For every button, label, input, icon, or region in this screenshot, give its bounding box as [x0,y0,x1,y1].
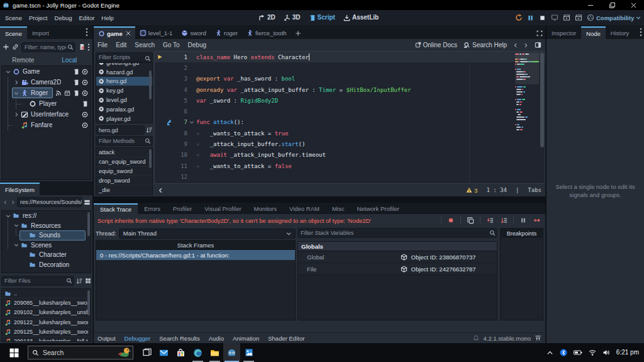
instance-scene-button[interactable] [12,43,19,50]
filesystem-path[interactable]: res://Resources/Sounds/ [17,197,82,207]
method-list-item[interactable]: can_equip_sword [96,157,152,167]
current-script-name[interactable] [96,125,145,135]
code-line[interactable]: 1class_name Hero extends Character [155,52,545,62]
bottom-panel-tab[interactable]: Shader Editor [268,335,304,342]
file-row[interactable]: 209133__lukesharples__fall-t... [2,337,91,342]
file-list-scrollbar[interactable] [87,290,90,315]
menu-item[interactable]: Help [101,14,114,21]
variable-row[interactable]: Global Object ID: 23806870737 [298,251,497,263]
nav-back-icon[interactable] [2,200,8,205]
debugger-tab[interactable]: Network Profiler [350,203,406,214]
eye-icon[interactable] [82,79,88,86]
script-menu-item[interactable]: File [97,42,108,48]
renderer-select[interactable]: Compatibility [596,14,641,21]
debugger-tab[interactable]: Profiler [167,203,198,214]
sort-methods-icon[interactable] [146,127,153,133]
script-list-item[interactable]: player.gd [96,114,152,123]
bottom-panel-tab[interactable]: Audio [209,335,224,342]
scene-tree-node[interactable]: Roger [2,88,91,98]
play-custom-scene-button[interactable] [574,14,582,22]
file-row[interactable]: 209102__lukesharples__unsh... [2,308,91,317]
code-line[interactable]: 8»_wants_to_attack = true [155,128,545,139]
file-sort-icon[interactable] [76,278,83,285]
file-row[interactable]: 209085__lukesharples__swor... [2,298,91,308]
search-help-button[interactable]: Search Help [464,42,507,48]
code-line[interactable]: 12 [155,171,545,182]
file-row[interactable]: 209122__lukesharples__swor... [2,318,91,327]
scene-tree-node[interactable]: Camera2D [2,77,91,88]
context-tab[interactable]: 2D [258,14,275,21]
dock-tab[interactable]: Node [581,26,606,39]
script-menu-item[interactable]: Search [135,42,155,48]
scene-tree-node[interactable]: UserInterface [2,109,91,120]
scene-tab[interactable]: roger [211,26,242,39]
stack-frame-row[interactable]: 0 - res://Scripts/Character/hero.gd:1 - … [96,250,295,260]
file-row[interactable]: .. [2,289,91,298]
scene-tab[interactable]: sword [177,26,210,39]
dock-menu-icon[interactable] [86,28,88,37]
script-list-item[interactable]: key.gd [96,86,152,95]
mail-app-button[interactable] [155,343,172,362]
script-icon[interactable] [73,79,79,86]
filter-stack-variables-input[interactable] [297,228,497,238]
reload-button[interactable] [514,14,523,22]
pause-button[interactable] [526,14,535,22]
close-button[interactable] [623,0,644,10]
code-line[interactable]: 10»await _attack_input_buffer.timeout [155,150,545,161]
remote-button[interactable]: Remote [0,55,47,65]
taskbar-search[interactable]: Search [28,346,133,359]
new-scene-tab-button[interactable] [291,30,305,37]
explorer-app-button[interactable] [206,343,223,362]
fs-tree-scrollbar[interactable] [87,212,90,236]
movie-maker-button[interactable] [586,14,594,22]
maximize-button[interactable] [601,0,623,10]
menu-item[interactable]: Editor [79,14,95,21]
bottom-panel-tab[interactable]: Output [97,335,116,342]
debug-continue-button[interactable] [533,216,541,225]
debugger-tab[interactable]: Visual Profiler [198,203,247,214]
stop-button[interactable] [538,14,547,22]
signal-icon[interactable] [55,90,62,96]
script-icon[interactable] [82,101,88,107]
expand-bottom-panel-icon[interactable] [535,335,541,342]
toggle-scripts-panel-icon[interactable] [158,187,164,194]
debugger-tab[interactable]: Misc [326,203,351,214]
script-menu-item[interactable]: Go To [163,42,180,48]
remote-debug-button[interactable] [550,14,558,22]
volume-icon[interactable] [602,349,610,356]
history-forward-icon[interactable] [523,42,528,48]
step-over-button[interactable] [499,216,508,225]
scene-tab[interactable]: fierce_tooth [242,26,291,39]
method-list-item[interactable]: drop_sword [96,176,152,185]
code-line[interactable]: 5var _sword : RigidBody2D [155,95,545,106]
script-icon[interactable] [73,90,79,96]
eye-icon[interactable] [82,111,88,118]
code-line[interactable]: 7func attack(): [155,117,545,128]
dock-tab[interactable]: History [606,26,635,39]
store-app-button[interactable] [172,343,189,362]
dock-tab[interactable]: Scene [0,26,27,39]
detach-script-button[interactable] [78,43,85,50]
nav-forward-icon[interactable] [9,200,16,205]
eye-icon[interactable] [82,122,88,128]
menu-item[interactable]: Debug [55,14,72,21]
tray-expand-icon[interactable] [547,349,553,356]
folder-row[interactable]: Resources [2,221,91,231]
debugger-tab[interactable]: Monitors [248,203,283,214]
file-display-mode-icon[interactable] [85,278,91,284]
thread-select[interactable]: Main Thread [119,229,296,239]
code-line[interactable]: 11»_wants_to_attack = false [155,161,545,171]
code-editor[interactable]: 1class_name Hero extends Character23@exp… [154,51,545,184]
folder-row[interactable]: Sounds [2,230,91,240]
method-list-item[interactable]: _die [96,185,152,195]
folder-row[interactable]: Decoration [2,260,91,270]
script-menu-item[interactable]: Edit [116,42,126,48]
menu-item[interactable]: Scene [5,14,22,21]
context-tab[interactable]: 3D [284,14,301,21]
script-list-item[interactable]: greetings.gd [96,62,152,67]
folder-row[interactable]: res:// [2,211,91,221]
add-node-button[interactable] [3,43,9,50]
battery-icon[interactable] [574,349,582,356]
history-back-icon[interactable] [513,42,518,48]
online-docs-button[interactable]: Online Docs [415,42,457,48]
